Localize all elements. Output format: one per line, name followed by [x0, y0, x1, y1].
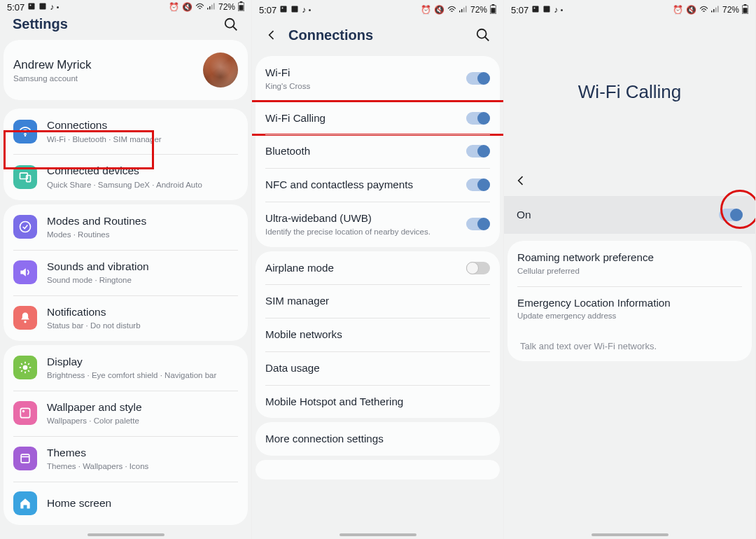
row-title: Airplane mode	[265, 261, 466, 275]
toggle-switch[interactable]	[466, 218, 490, 230]
conn-row-blank[interactable]	[255, 460, 500, 479]
signal-icon	[459, 6, 468, 14]
clock-text: 5:07	[259, 5, 276, 15]
nav-handle[interactable]	[592, 533, 668, 536]
account-card[interactable]: Andrew Myrick Samsung account	[4, 40, 248, 100]
toggle-switch[interactable]	[466, 112, 490, 125]
svg-rect-50	[743, 8, 747, 13]
settings-row-themes[interactable]: ThemesThemes · Wallpapers · Icons	[4, 436, 248, 482]
svg-rect-33	[461, 9, 463, 13]
conn-row-wi-fi-calling[interactable]: Wi-Fi Calling	[255, 102, 500, 135]
row-title: Notifications	[47, 305, 238, 319]
back-button[interactable]	[265, 28, 279, 42]
row-title: Themes	[47, 446, 238, 460]
statusbar: 5:07 ♪ ⏰ 🔇 72%	[252, 0, 503, 18]
settings-card: DisplayBrightness · Eye comfort shield ·…	[4, 345, 248, 525]
conn-row-more-connection-settings[interactable]: More connection settings	[255, 422, 500, 456]
gallery-icon	[290, 5, 299, 15]
nav-handle[interactable]	[340, 533, 416, 536]
svg-rect-3	[207, 8, 209, 9]
row-sub: Modes · Routines	[47, 230, 238, 240]
toggle-switch[interactable]	[466, 72, 490, 85]
statusbar: 5:07 ♪ ⏰ 🔇 72%	[0, 0, 251, 13]
alarm-icon: ⏰	[169, 3, 179, 11]
svg-line-11	[233, 27, 237, 31]
settings-card: Modes and RoutinesModes · RoutinesSounds…	[4, 204, 248, 341]
toggle-switch[interactable]	[466, 178, 490, 191]
svg-line-23	[28, 370, 29, 372]
svg-rect-47	[718, 6, 719, 13]
svg-rect-28	[21, 455, 29, 463]
conn-row-sim-manager[interactable]: SIM manager	[255, 284, 500, 318]
search-icon[interactable]	[223, 17, 239, 32]
search-icon[interactable]	[475, 27, 491, 43]
clock-text: 5:07	[7, 2, 24, 13]
gallery-icon	[38, 2, 47, 12]
row-title: More connection settings	[265, 432, 490, 446]
screen-connections: 5:07 ♪ ⏰ 🔇 72% Connections Wi-FiKing's C…	[252, 0, 504, 539]
svg-rect-0	[29, 4, 35, 10]
settings-row-notifications[interactable]: NotificationsStatus bar · Do not disturb	[4, 295, 248, 341]
row-title: Display	[47, 355, 238, 369]
conn-row-nfc-and-contactless-payments[interactable]: NFC and contactless payments	[255, 168, 500, 202]
back-button[interactable]	[514, 174, 528, 188]
nav-handle[interactable]	[88, 533, 164, 536]
settings-row-modes-and-routines[interactable]: Modes and RoutinesModes · Routines	[4, 204, 248, 250]
svg-rect-6	[214, 4, 215, 10]
options-card: Roaming network preferenceCellular prefe…	[507, 241, 752, 361]
toggle-switch[interactable]	[466, 262, 490, 274]
conn-row-data-usage[interactable]: Data usage	[255, 351, 500, 385]
row-title: NFC and contactless payments	[265, 178, 466, 192]
conn-row-mobile-hotspot-and-tethering[interactable]: Mobile Hotspot and Tethering	[255, 385, 500, 419]
footnote: Talk and text over Wi-Fi networks.	[507, 331, 752, 361]
home-icon	[13, 491, 37, 515]
row-title: Ultra-wideband (UWB)	[265, 211, 466, 225]
svg-point-42	[534, 8, 536, 9]
settings-row-sounds-and-vibration[interactable]: Sounds and vibrationSound mode · Rington…	[4, 250, 248, 295]
themes-icon	[13, 447, 37, 470]
battery-text: 72%	[470, 5, 487, 15]
profile-sub: Samsung account	[13, 74, 203, 83]
row-sub: Sound mode · Ringtone	[47, 275, 238, 286]
settings-row-wallpaper-and-style[interactable]: Wallpaper and styleWallpapers · Color pa…	[4, 391, 248, 436]
wifi-icon	[13, 120, 37, 144]
row-title: Connected devices	[47, 164, 238, 178]
wifi-row-roaming-network-preference[interactable]: Roaming network preferenceCellular prefe…	[507, 241, 752, 286]
row-title: Data usage	[265, 361, 490, 375]
svg-rect-41	[533, 6, 539, 13]
image-icon	[279, 5, 288, 15]
settings-row-home-screen[interactable]: Home screen	[4, 482, 248, 525]
svg-line-22	[21, 363, 22, 365]
settings-row-connections[interactable]: ConnectionsWi-Fi · Bluetooth · SIM manag…	[4, 108, 248, 154]
conn-row-ultra-wideband-uwb-[interactable]: Ultra-wideband (UWB)Identify the precise…	[255, 202, 500, 247]
connections-card	[255, 460, 500, 479]
svg-rect-4	[209, 6, 211, 10]
conn-row-mobile-networks[interactable]: Mobile networks	[255, 318, 500, 351]
svg-rect-2	[40, 4, 46, 10]
music-icon: ♪	[554, 6, 558, 14]
settings-row-display[interactable]: DisplayBrightness · Eye comfort shield ·…	[4, 345, 248, 391]
battery-text: 72%	[722, 5, 739, 15]
header: Settings	[0, 13, 251, 36]
svg-rect-5	[211, 5, 213, 10]
wifi-row-emergency-location-information[interactable]: Emergency Location InformationUpdate eme…	[507, 286, 752, 332]
conn-row-bluetooth[interactable]: Bluetooth	[255, 134, 500, 168]
screen-wifi-calling: 5:07 ♪ ⏰ 🔇 72% Wi-Fi Calling On Roaming …	[504, 0, 756, 539]
svg-rect-34	[463, 8, 465, 13]
battery-icon	[490, 4, 496, 15]
row-sub: Status bar · Do not disturb	[47, 321, 238, 331]
toggle-switch[interactable]	[719, 209, 743, 221]
row-sub: Brightness · Eye comfort shield · Naviga…	[47, 370, 238, 381]
row-title: SIM manager	[265, 294, 490, 308]
master-toggle-row[interactable]: On	[504, 196, 755, 234]
music-icon: ♪	[50, 3, 54, 11]
settings-row-connected-devices[interactable]: Connected devicesQuick Share · Samsung D…	[4, 154, 248, 200]
battery-icon	[742, 4, 748, 15]
avatar[interactable]	[203, 52, 238, 88]
signal-icon	[207, 3, 216, 11]
battery-text: 72%	[218, 2, 235, 12]
conn-row-wi-fi[interactable]: Wi-FiKing's Cross	[255, 56, 500, 102]
toggle-switch[interactable]	[466, 145, 490, 158]
conn-row-airplane-mode[interactable]: Airplane mode	[255, 251, 500, 285]
svg-point-1	[30, 5, 31, 6]
